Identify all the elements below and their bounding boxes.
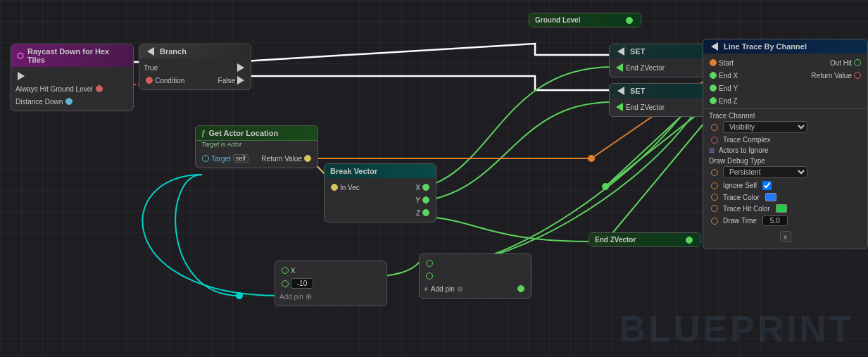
lt-tracechannel-pin[interactable] [711, 124, 718, 131]
math-node: X Add pin ⊕ [275, 261, 387, 306]
line-trace-header: Line Trace By Channel [703, 39, 867, 54]
raycast-body: Always Hit Ground Level Distance Down [11, 67, 133, 111]
lt-drawtime-row: Draw Time [703, 214, 867, 227]
raycast-always-hit-row: Always Hit Ground Level [11, 82, 133, 95]
end-zvector-out-pin[interactable] [686, 237, 693, 244]
lt-tracehitcolor-row: Trace Hit Color [703, 203, 867, 214]
lt-drawdebug-row: Draw Debug Type Persistent None ForDurat… [703, 156, 867, 180]
lt-start-pin[interactable] [710, 59, 717, 66]
break-vector-body: In Vec X Y Z [325, 178, 436, 222]
branch-condition-row: Condition False [139, 74, 251, 87]
lt-ignoreself-row: Ignore Self [703, 180, 867, 192]
raycast-distance-row: Distance Down [11, 95, 133, 108]
lt-ignoreself-checkbox[interactable] [762, 181, 772, 190]
get-actor-body: Target self Return Value [196, 149, 317, 168]
line-trace-node: Line Trace By Channel Start Out Hit End … [703, 39, 868, 249]
addpin-icon[interactable]: ⊕ [457, 284, 463, 294]
bv-z-pin[interactable] [422, 209, 429, 216]
lt-collapse-btn[interactable]: ∧ [780, 231, 791, 242]
ground-level-out-pin[interactable] [626, 17, 633, 24]
branch-true-pin[interactable] [237, 63, 244, 72]
bv-invec-pin[interactable] [331, 184, 338, 191]
get-actor-location-header: ƒ Get Actor Location [196, 126, 317, 141]
math-val-in-pin[interactable] [282, 280, 289, 287]
branch-node: Branch True Condition False [139, 44, 251, 90]
end-zvector-header: End ZVector [589, 233, 700, 246]
lt-tracehitcolor-swatch[interactable] [776, 204, 787, 213]
branch-false-pin[interactable] [237, 76, 244, 84]
lt-drawdebug-select[interactable]: Persistent None ForDuration [723, 166, 807, 178]
ground-level-header: Ground Level [529, 13, 641, 27]
branch-header: Branch [139, 44, 251, 58]
lt-drawtime-pin[interactable] [711, 218, 718, 225]
math-addpin-icon[interactable]: ⊕ [306, 292, 312, 301]
end-zvector-node: End ZVector [589, 232, 701, 247]
lt-tracecomplex-pin[interactable] [711, 137, 718, 144]
lt-outhit-pin[interactable] [854, 59, 861, 66]
math-val-row [275, 277, 386, 290]
lt-ignoreself-pin[interactable] [711, 182, 718, 189]
lt-start-row: Start Out Hit [703, 56, 867, 69]
raycast-node: ⬡ Raycast Down for Hex Tiles Always Hit … [11, 44, 134, 111]
addpin-out[interactable] [517, 285, 524, 292]
bv-y-pin[interactable] [422, 196, 429, 203]
raycast-header: ⬡ Raycast Down for Hex Tiles [11, 44, 133, 67]
lt-tracecolor-swatch[interactable] [765, 193, 776, 201]
addpin-bot-row [420, 270, 531, 282]
set2-exec-in[interactable] [617, 87, 624, 95]
lt-endy-pin[interactable] [710, 84, 717, 92]
math-value-input[interactable] [291, 278, 313, 289]
lt-tracecolor-row: Trace Color [703, 192, 867, 203]
add-pin-body: + Add pin ⊕ [420, 254, 531, 298]
get-actor-location-node: ƒ Get Actor Location Target is Actor Tar… [195, 125, 318, 168]
bv-invec-row: In Vec X [325, 181, 436, 194]
branch-true-row: True [139, 61, 251, 74]
lt-tracecomplex-row: Trace Complex [703, 134, 867, 145]
raycast-exec-row [11, 70, 133, 82]
get-actor-target-pin[interactable] [202, 155, 209, 162]
branch-condition-pin[interactable] [146, 77, 153, 84]
lt-endz-pin[interactable] [710, 97, 717, 104]
lt-endy-row: End Y [703, 82, 867, 94]
bv-z-row: Z [325, 206, 436, 219]
lt-drawdebug-pin[interactable] [711, 169, 718, 176]
lt-endx-row: End X Return Value [703, 69, 867, 82]
set1-val-in[interactable] [616, 63, 623, 72]
math-x-row: X [275, 264, 386, 277]
lt-tracechannel-select[interactable]: Visibility Camera [723, 121, 807, 133]
math-addpin-row: Add pin ⊕ [275, 290, 386, 303]
set1-exec-in[interactable] [617, 47, 624, 56]
raycast-always-hit-pin[interactable] [96, 85, 103, 92]
lt-tracehitcolor-pin[interactable] [711, 205, 718, 212]
set2-val-in[interactable] [616, 103, 623, 111]
lt-actors-row: ⊞ Actors to Ignore [703, 145, 867, 156]
addpin-top-row [420, 257, 531, 270]
raycast-distance-pin[interactable] [65, 98, 73, 105]
addpin-label-row: + Add pin ⊕ [420, 282, 531, 295]
lt-return-pin[interactable] [854, 72, 861, 79]
math-body: X Add pin ⊕ [275, 261, 386, 306]
get-actor-return-pin[interactable] [304, 155, 311, 162]
raycast-icon: ⬡ [17, 51, 24, 61]
branch-exec-in[interactable] [147, 47, 154, 56]
ground-level-node: Ground Level [529, 13, 641, 27]
add-pin-node: + Add pin ⊕ [419, 253, 532, 299]
bv-y-row: Y [325, 194, 436, 206]
get-actor-subtitle: Target is Actor [196, 141, 317, 149]
lt-tracecolor-pin[interactable] [711, 194, 718, 201]
addpin-in1[interactable] [426, 260, 433, 267]
get-actor-target-row: Target self Return Value [196, 152, 317, 165]
lt-endx-pin[interactable] [710, 72, 717, 79]
math-x-in-pin[interactable] [282, 267, 289, 274]
line-trace-exec-in[interactable] [711, 42, 718, 51]
break-vector-header: Break Vector [325, 164, 436, 178]
lt-tracechannel-row: Trace Channel Visibility Camera [703, 111, 867, 134]
break-vector-node: Break Vector In Vec X Y Z [324, 163, 436, 223]
branch-body: True Condition False [139, 58, 251, 89]
lt-endz-row: End Z [703, 94, 867, 107]
addpin-in2[interactable] [426, 273, 433, 280]
raycast-exec-out-pin[interactable] [18, 72, 25, 80]
lt-drawtime-input[interactable] [762, 215, 788, 226]
line-trace-body: Start Out Hit End X Return Value End Y E… [703, 54, 867, 249]
bv-x-pin[interactable] [422, 184, 429, 191]
